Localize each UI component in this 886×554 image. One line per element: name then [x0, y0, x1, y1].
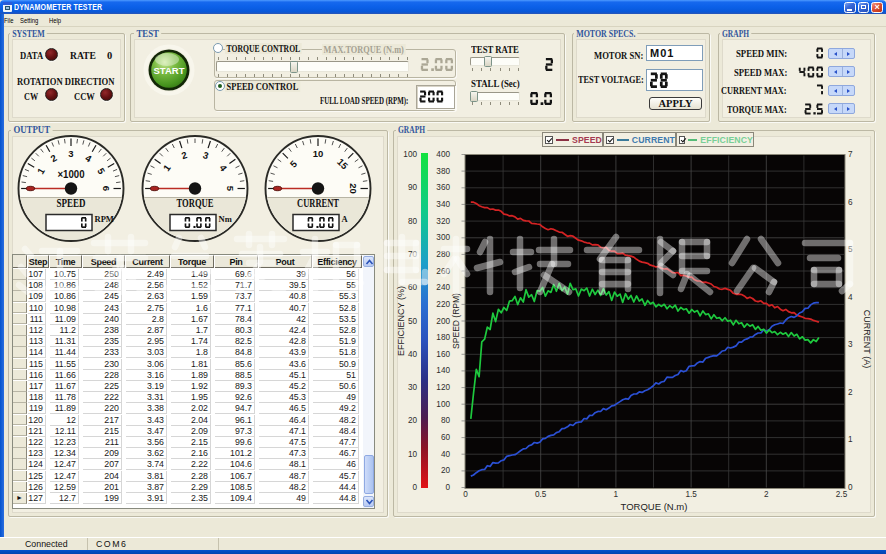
svg-text:RPM: RPM	[95, 214, 114, 224]
svg-text:220: 220	[436, 300, 450, 309]
svg-text:260: 260	[436, 267, 450, 276]
svg-text:SPEED (RPM): SPEED (RPM)	[451, 293, 461, 349]
svg-text:EFFICIENCY (%): EFFICIENCY (%)	[396, 286, 406, 356]
svg-text:3: 3	[848, 340, 853, 349]
svg-text:300: 300	[436, 233, 450, 242]
svg-text:200: 200	[436, 317, 450, 326]
svg-text:20: 20	[408, 416, 418, 425]
svg-text:90: 90	[408, 183, 418, 192]
svg-text:20: 20	[441, 466, 451, 475]
svg-text:280: 280	[436, 250, 450, 259]
svg-text:40: 40	[408, 350, 418, 359]
svg-text:×1000: ×1000	[58, 169, 85, 180]
svg-text:10: 10	[408, 450, 418, 459]
svg-text:CURRENT (A): CURRENT (A)	[862, 310, 872, 368]
svg-text:360: 360	[436, 183, 450, 192]
svg-text:1.5: 1.5	[685, 490, 697, 499]
svg-text:120: 120	[436, 383, 450, 392]
svg-text:0.5: 0.5	[535, 490, 547, 499]
svg-text:80: 80	[441, 416, 451, 425]
svg-text:TORQUE: TORQUE	[177, 197, 214, 209]
svg-text:0: 0	[445, 483, 450, 492]
svg-text:2: 2	[764, 490, 769, 499]
svg-text:CURRENT: CURRENT	[297, 197, 339, 209]
svg-text:6: 6	[101, 186, 112, 191]
svg-text:380: 380	[436, 167, 450, 176]
svg-text:A: A	[342, 214, 349, 224]
svg-text:5: 5	[848, 245, 853, 254]
svg-text:2.5: 2.5	[836, 490, 848, 499]
svg-text:80: 80	[408, 217, 418, 226]
svg-text:6: 6	[848, 198, 853, 207]
svg-text:240: 240	[436, 283, 450, 292]
svg-text:0: 0	[412, 483, 417, 492]
svg-text:10: 10	[313, 148, 324, 159]
svg-text:30: 30	[408, 383, 418, 392]
svg-text:40: 40	[441, 450, 451, 459]
svg-text:0: 0	[463, 490, 468, 499]
svg-text:320: 320	[436, 217, 450, 226]
svg-text:1: 1	[614, 490, 619, 499]
svg-text:340: 340	[436, 200, 450, 209]
svg-text:70: 70	[408, 250, 418, 259]
svg-text:1: 1	[848, 435, 853, 444]
svg-text:160: 160	[436, 350, 450, 359]
svg-text:180: 180	[436, 333, 450, 342]
svg-text:400: 400	[436, 150, 450, 159]
svg-text:100: 100	[403, 150, 417, 159]
svg-text:4: 4	[848, 293, 853, 302]
svg-text:50: 50	[408, 317, 418, 326]
svg-text:3: 3	[68, 148, 73, 159]
svg-text:5: 5	[225, 186, 236, 192]
svg-text:Nm: Nm	[219, 214, 232, 224]
svg-text:0: 0	[848, 483, 853, 492]
svg-text:START: START	[154, 65, 185, 76]
svg-text:100: 100	[436, 400, 450, 409]
svg-text:60: 60	[441, 433, 451, 442]
svg-text:TORQUE (N.m): TORQUE (N.m)	[621, 501, 688, 512]
svg-text:2: 2	[848, 388, 853, 397]
svg-text:7: 7	[848, 150, 853, 159]
svg-text:20: 20	[348, 183, 359, 194]
svg-text:SPEED: SPEED	[57, 197, 86, 209]
svg-text:140: 140	[436, 366, 450, 375]
svg-text:60: 60	[408, 283, 418, 292]
